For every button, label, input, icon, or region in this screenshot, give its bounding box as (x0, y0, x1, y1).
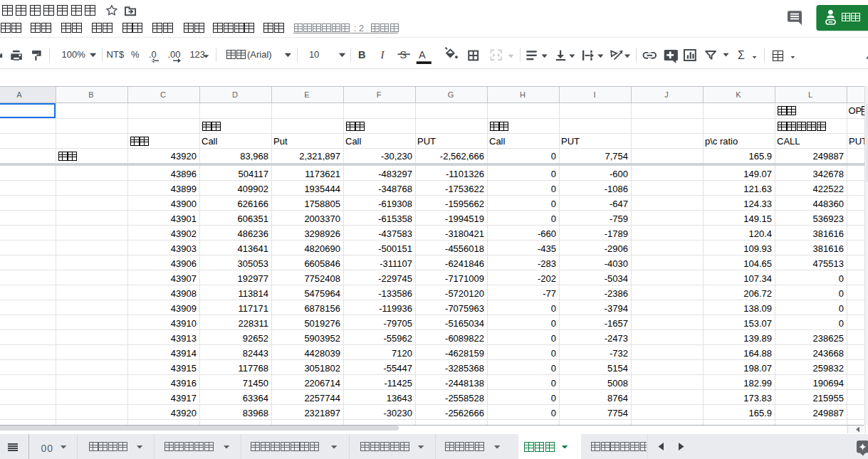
svg-text:123: 123 (189, 49, 205, 60)
svg-text:Σ: Σ (738, 49, 745, 61)
svg-text:(Arial): (Arial) (247, 49, 272, 60)
svg-text:10: 10 (309, 49, 319, 60)
svg-text:S: S (400, 49, 407, 60)
svg-text:B: B (358, 49, 365, 60)
svg-text:%: % (131, 49, 140, 60)
svg-text:I: I (380, 49, 385, 60)
svg-text:.00: .00 (168, 49, 181, 60)
svg-text:.0: .0 (149, 49, 157, 60)
svg-text:NT$: NT$ (107, 49, 125, 60)
svg-text:100%: 100% (62, 49, 86, 60)
svg-text:A: A (419, 49, 426, 60)
